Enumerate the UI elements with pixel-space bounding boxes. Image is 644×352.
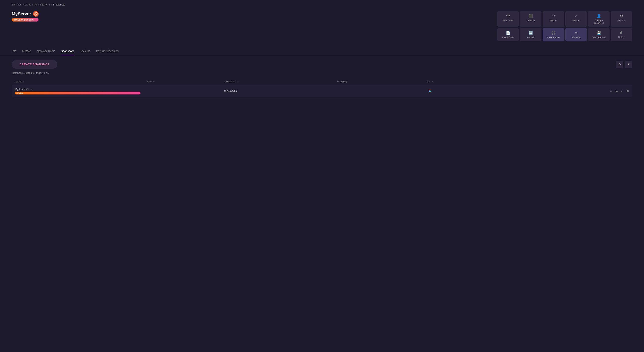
resize-button[interactable]: ⤢ Resize [565, 11, 587, 27]
reboot-label: Reboot [550, 19, 557, 22]
name-sort-icon: ⇅ [23, 81, 24, 83]
snapshot-created-cell: 2024-07-23 [220, 85, 334, 97]
snapshots-table: Name ⇅ Size ⇅ Created at ⇅ Price/day OS … [12, 78, 632, 97]
breadcrumb-sep-2: > [38, 3, 39, 6]
create-ticket-button[interactable]: 🎧 Create ticket [543, 28, 564, 41]
rename-button[interactable]: ✏ Rename [565, 28, 587, 41]
breadcrumb-current: Snapshots [53, 3, 65, 6]
header-area: MyServer IMAGE UPLOADING ⏻ Shut down ⬛ [0, 9, 644, 45]
row-rollback-icon[interactable]: ↩ [621, 90, 623, 93]
action-buttons-row2: 📄 Instructions 🔄 Rebuild 🎧 Create ticket… [497, 28, 632, 41]
snapshot-name-edit-icon[interactable]: ✏ [30, 88, 33, 91]
server-info: MyServer IMAGE UPLOADING [12, 11, 38, 21]
snapshot-name-cell: MySnapshot ✏ SAVING [12, 85, 144, 97]
col-created-at[interactable]: Created at ⇅ [220, 78, 334, 85]
os-icon [427, 88, 433, 94]
rescue-icon: ⚙ [620, 14, 623, 18]
filter-icon: ▼ [627, 62, 630, 66]
main-content: CREATE SNAPSHOT ↻ ▼ Instances created fo… [0, 55, 644, 102]
server-status-badge: IMAGE UPLOADING [12, 18, 38, 21]
resize-label: Resize [572, 19, 580, 22]
filter-button[interactable]: ▼ [625, 61, 632, 68]
rename-label: Rename [572, 36, 580, 38]
snapshot-actions-cell: ✏ ▶ ↩ 🗑 [494, 85, 632, 97]
tab-snapshots[interactable]: Snapshots [61, 47, 74, 55]
ubuntu-icon [33, 11, 38, 17]
snapshot-created-at: 2024-07-23 [224, 90, 237, 93]
server-name: MyServer [12, 11, 31, 16]
col-size[interactable]: Size ⇅ [144, 78, 220, 85]
breadcrumb-sep-3: > [51, 3, 52, 6]
snapshot-name: MySnapshot [15, 88, 29, 91]
change-password-label: Change password [590, 19, 608, 24]
breadcrumb-id[interactable]: 5203773 [40, 3, 50, 6]
boot-iso-label: Boot from ISO [592, 36, 606, 38]
saving-badge: SAVING [15, 92, 140, 94]
svg-point-1 [36, 13, 36, 13]
tab-backups[interactable]: Backups [80, 47, 90, 55]
row-edit-icon[interactable]: ✏ [610, 90, 612, 93]
col-name[interactable]: Name ⇅ [12, 78, 144, 85]
delete-icon: 🗑 [620, 31, 623, 35]
snapshot-price-cell [334, 85, 424, 97]
svg-point-4 [429, 90, 431, 92]
tab-network-traffic[interactable]: Network Traffic [37, 47, 55, 55]
shutdown-label: Shut down [503, 19, 513, 21]
boot-iso-button[interactable]: 💾 Boot from ISO [588, 28, 610, 41]
console-button[interactable]: ⬛ Console [520, 11, 542, 27]
os-sort-icon: ⇅ [432, 81, 434, 83]
rebuild-button[interactable]: 🔄 Rebuild [520, 28, 542, 41]
shutdown-button[interactable]: ⏻ Shut down [497, 11, 519, 27]
iso-icon: 💾 [597, 31, 601, 35]
action-buttons-container: ⏻ Shut down ⬛ Console ↻ Reboot ⤢ Resize … [497, 11, 632, 41]
power-icon: ⏻ [506, 14, 510, 18]
snapshot-size-cell [144, 85, 220, 97]
row-restore-icon[interactable]: ▶ [616, 90, 618, 93]
delete-label: Delete [618, 36, 625, 38]
console-icon: ⬛ [528, 14, 533, 18]
rescue-button[interactable]: ⚙ Rescue [611, 11, 632, 27]
tab-info[interactable]: Info [12, 47, 16, 55]
table-row: MySnapshot ✏ SAVING 2024-07-23 [12, 85, 632, 97]
password-icon: 👤 [597, 14, 601, 18]
rebuild-icon: 🔄 [528, 31, 533, 35]
breadcrumb: Services > Cloud VPS > 5203773 > Snapsho… [0, 0, 644, 9]
breadcrumb-services[interactable]: Services [12, 3, 22, 6]
instructions-label: Instructions [502, 36, 514, 38]
action-buttons-row1: ⏻ Shut down ⬛ Console ↻ Reboot ⤢ Resize … [497, 11, 632, 27]
delete-button[interactable]: 🗑 Delete [611, 28, 632, 41]
console-label: Console [526, 19, 535, 22]
rename-icon: ✏ [575, 31, 578, 35]
instructions-button[interactable]: 📄 Instructions [497, 28, 519, 41]
refresh-icon: ↻ [618, 62, 621, 66]
server-name-row: MyServer [12, 11, 38, 17]
reboot-button[interactable]: ↻ Reboot [543, 11, 564, 27]
col-actions [494, 78, 632, 85]
instructions-icon: 📄 [506, 31, 510, 35]
reboot-icon: ↻ [552, 14, 555, 18]
nav-tabs: Info Metrics Network Traffic Snapshots B… [0, 47, 644, 55]
resize-icon: ⤢ [575, 14, 578, 18]
refresh-button[interactable]: ↻ [616, 61, 623, 68]
table-body: MySnapshot ✏ SAVING 2024-07-23 [12, 85, 632, 97]
table-header: Name ⇅ Size ⇅ Created at ⇅ Price/day OS … [12, 78, 632, 85]
col-os[interactable]: OS ⇅ [424, 78, 494, 85]
row-actions: ✏ ▶ ↩ 🗑 [497, 90, 629, 93]
table-header-row: Name ⇅ Size ⇅ Created at ⇅ Price/day OS … [12, 78, 632, 85]
rebuild-label: Rebuild [527, 36, 534, 38]
row-delete-icon[interactable]: 🗑 [626, 90, 629, 93]
created-at-sort-icon: ⇅ [236, 81, 238, 83]
ticket-icon: 🎧 [551, 31, 556, 35]
snapshot-os-cell [424, 85, 494, 97]
snapshots-action-row: CREATE SNAPSHOT ↻ ▼ [12, 60, 632, 69]
breadcrumb-cloudvps[interactable]: Cloud VPS [24, 3, 37, 6]
create-snapshot-button[interactable]: CREATE SNAPSHOT [12, 60, 57, 69]
create-ticket-label: Create ticket [547, 36, 560, 38]
tab-metrics[interactable]: Metrics [22, 47, 31, 55]
table-controls: ↻ ▼ [616, 61, 632, 68]
tab-backup-schedules[interactable]: Backup schedules [96, 47, 118, 55]
col-price-day: Price/day [334, 78, 424, 85]
change-password-button[interactable]: 👤 Change password [588, 11, 610, 27]
breadcrumb-sep-1: > [22, 3, 24, 6]
instances-info: Instances created for today: 1 / 5 [12, 71, 632, 74]
